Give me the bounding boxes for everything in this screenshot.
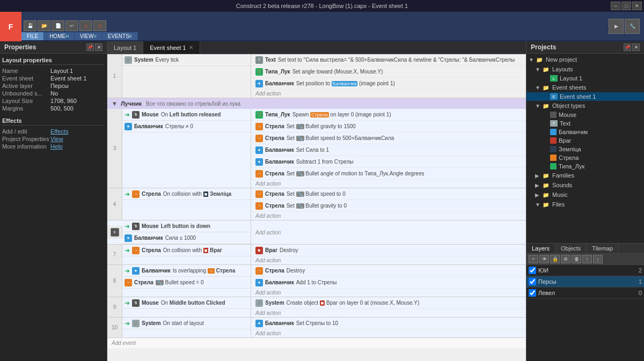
close-button[interactable]: ✕ — [632, 2, 642, 10]
tree-event-sheet1[interactable]: E Event sheet 1 — [526, 92, 644, 101]
add-action-4[interactable]: Add action — [251, 212, 526, 220]
tree-vrag[interactable]: Враг — [526, 136, 644, 145]
ribbon-icon-new[interactable]: 📄 — [52, 20, 64, 31]
tab-layers[interactable]: Layers — [526, 244, 555, 253]
layer-yui-checkbox[interactable] — [529, 267, 536, 274]
layer-yui[interactable]: ЮИ 2 — [526, 265, 644, 276]
ribbon-icon-num[interactable]: 4 — [79, 20, 92, 31]
add-layer-btn[interactable]: + — [529, 255, 538, 263]
tree-files[interactable]: ▼ 📁 Files — [526, 200, 644, 209]
tree-layouts[interactable]: ▼ 📁 Layouts — [526, 64, 644, 74]
action-set-gravity-0[interactable]: → Стрела Set 🔧 Bullet gravity to 0 — [251, 200, 526, 212]
action-set-angle[interactable]: 🏹 Типа_Лук Set angle toward (Mouse.X, Mo… — [251, 66, 526, 78]
projects-pin[interactable]: 📌 — [624, 43, 631, 51]
mouse-icon-2: 🖱 — [132, 223, 140, 230]
condition-bullet-speed-0[interactable]: → Стрела 🔧 Bullet speed = 0 — [122, 277, 251, 289]
tab-events[interactable]: EVENTSE — [103, 32, 138, 40]
layer-persy[interactable]: Персы 1 — [526, 276, 644, 288]
tab-layout1[interactable]: Layout 1 — [107, 41, 143, 54]
group-toggle[interactable]: ▼ — [112, 100, 118, 107]
tree-text[interactable]: T Text — [526, 119, 644, 128]
maximize-button[interactable]: □ — [621, 2, 631, 10]
action-bullet-speed[interactable]: → Стрела Set 🔧 Bullet speed to 500+Балва… — [251, 132, 526, 144]
tree-zemlitsa[interactable]: Земліца — [526, 145, 644, 153]
tab-file[interactable]: FILE — [21, 32, 44, 40]
layer-eye-btn[interactable]: 👁 — [539, 255, 549, 263]
tree-music[interactable]: ▶ 📁 Music — [526, 190, 644, 200]
layer-level[interactable]: Левел 0 — [526, 288, 644, 299]
event-actions-4: → Стрела Set 🔧 Bullet speed to 0 → Стрел… — [251, 188, 526, 220]
condition-strely-ne-0[interactable]: ● Балванчик Стрелы ≠ 0 — [122, 121, 251, 132]
layer-lock-btn[interactable]: 🔒 — [550, 255, 560, 263]
action-bullet-gravity1[interactable]: → Стрела Set 🔧 Bullet gravity to 1500 — [251, 121, 526, 132]
tab-event-sheet1[interactable]: Event sheet 1 ✕ — [143, 41, 200, 54]
tree-mouse[interactable]: Mouse — [526, 110, 644, 119]
arrow-icon-9: ➜ — [125, 320, 130, 327]
tree-tipa-luk[interactable]: Типа_Лук — [526, 162, 644, 171]
tab-tilemap[interactable]: Tilemap — [587, 244, 619, 253]
properties-close[interactable]: ✕ — [95, 43, 103, 51]
action-set-position[interactable]: ● Балванчик Set position to Балванчик (i… — [251, 78, 526, 90]
minimize-button[interactable]: ─ — [611, 2, 620, 10]
tree-event-sheets[interactable]: ▼ 📁 Event sheets — [526, 83, 644, 92]
condition-mouse-left-released[interactable]: ➜ 🖱 Mouse On Left button released — [122, 109, 251, 121]
ribbon-icon-undo[interactable]: ↩ — [65, 20, 78, 31]
tree-object-types[interactable]: ▼ 📁 Object types — [526, 101, 644, 110]
add-action-3[interactable]: Add action — [251, 180, 526, 188]
tree-sounds[interactable]: ▶ 📁 Sounds — [526, 180, 644, 190]
action-subtract-strely[interactable]: ● Балванчик Subtract 1 from Стрелы — [251, 156, 526, 168]
add-action-10[interactable]: Add action — [251, 329, 526, 337]
properties-pin[interactable]: 📌 — [86, 43, 94, 51]
action-destroy-strela[interactable]: → Стрела Destroy — [251, 265, 526, 277]
layer-delete-btn[interactable]: 🗑 — [572, 255, 581, 263]
condition-mouse-left-down[interactable]: ➜ 🖱 Mouse Left button is down — [122, 220, 251, 232]
add-action-8[interactable]: Add action — [251, 289, 526, 297]
condition-start-layout[interactable]: ➜ ⚙ System On start of layout — [122, 318, 251, 329]
add-action-5[interactable]: Add action — [251, 229, 526, 237]
projects-close[interactable]: ✕ — [632, 43, 640, 51]
tree-strela[interactable]: Стрела — [526, 153, 644, 162]
tree-layout1[interactable]: L Layout 1 — [526, 74, 644, 83]
condition-overlapping-strela[interactable]: ➜ ● Балванчик Is overlapping → Стрела — [122, 265, 251, 277]
action-create-vrag[interactable]: ⚙ System Create object ■ Враг on layer 0… — [251, 297, 526, 309]
action-set-text[interactable]: T Text Set text to "Сила выстрела= "& 50… — [251, 54, 526, 66]
condition-sila-le-1000[interactable]: ● Балванчик Сила ≤ 1000 — [122, 232, 251, 244]
ribbon-icon-preview[interactable]: ▶ — [609, 19, 624, 34]
action-set-sila[interactable]: ● Балванчик Set Сила to 1 — [251, 144, 526, 156]
prop-active-layer: Active layer Персы — [2, 82, 105, 90]
add-action-7[interactable]: Add action — [251, 256, 526, 264]
action-add-strely[interactable]: ● Балванчик Add 1 to Стрелы — [251, 277, 526, 289]
condition-collision-zemlitsa[interactable]: ➜ → Стрела On collision with ■ Земліца — [122, 188, 251, 200]
tree-families[interactable]: ▶ 📁 Families — [526, 171, 644, 180]
action-set-strely-10[interactable]: ● Балванчик Set Стрелы to 10 — [251, 318, 526, 329]
action-spawn-strela[interactable]: 🏹 Типа_Лук Spawn Стрела on layer 0 (imag… — [251, 109, 526, 121]
add-action-1[interactable]: Add action — [251, 90, 526, 98]
ribbon-icon-num2[interactable]: 5 — [93, 20, 106, 31]
add-action-9[interactable]: Add action — [251, 309, 526, 317]
tab-home[interactable]: HOMEH — [44, 32, 75, 40]
tree-new-project[interactable]: ▼ 📁 New project — [526, 55, 644, 64]
tab-view[interactable]: VIEWV — [75, 32, 103, 40]
layer-settings-btn[interactable]: ⚙ — [561, 255, 570, 263]
condition-system-every-tick[interactable]: ⚙ System Every tick — [122, 54, 251, 66]
logo-button[interactable]: F — [0, 12, 21, 41]
ribbon-icon-debug[interactable]: 🔧 — [625, 19, 640, 34]
add-event-btn[interactable]: + — [111, 228, 119, 237]
tab-objects[interactable]: Objects — [555, 244, 587, 253]
condition-collision-vrag[interactable]: ➜ → Стрела On collision with ■ Враг — [122, 245, 251, 256]
project-tree: ▼ 📁 New project ▼ 📁 Layouts L Layout 1 ▼… — [526, 54, 644, 243]
condition-middle-click[interactable]: ➜ 🖱 Mouse On Middle button Clicked — [122, 297, 251, 309]
layer-down-btn[interactable]: ↓ — [593, 255, 603, 263]
tree-balvanchik[interactable]: Балванчик — [526, 128, 644, 136]
layer-persy-checkbox[interactable] — [529, 278, 536, 285]
layer-level-checkbox[interactable] — [529, 289, 536, 297]
add-event-button[interactable]: Add event — [107, 338, 526, 348]
ribbon-icon-open[interactable]: 📂 — [38, 20, 50, 31]
tab-close-event-sheet[interactable]: ✕ — [189, 45, 193, 50]
action-set-speed-0[interactable]: → Стрела Set 🔧 Bullet speed to 0 — [251, 188, 526, 200]
system-icon-3: ⚙ — [132, 320, 140, 327]
action-set-angle-motion[interactable]: → Стрела Set 🔧 Bullet angle of motion to… — [251, 168, 526, 180]
action-destroy-vrag[interactable]: ■ Враг Destroy — [251, 245, 526, 256]
ribbon-icon-save[interactable]: 💾 — [24, 20, 36, 31]
layer-up-btn[interactable]: ↑ — [582, 255, 592, 263]
